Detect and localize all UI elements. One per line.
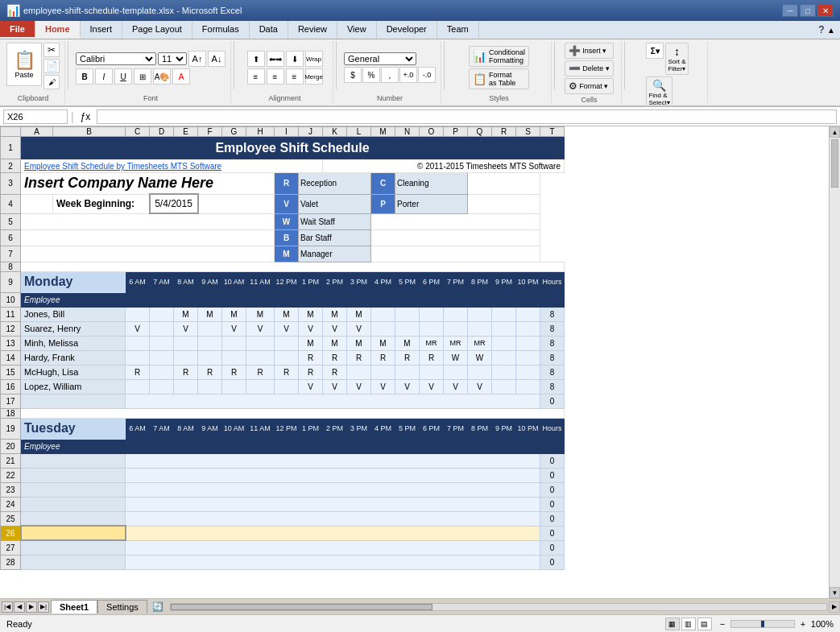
- cell-26-selected[interactable]: [21, 526, 126, 540]
- merge-center-button[interactable]: Merge: [305, 68, 323, 85]
- tab-view[interactable]: View: [337, 21, 377, 39]
- emp-lopez[interactable]: Lopez, William: [21, 379, 126, 394]
- increase-font-button[interactable]: A↑: [188, 51, 206, 67]
- h-scroll-right-button[interactable]: ▶: [829, 601, 840, 613]
- increase-decimal-button[interactable]: +.0: [399, 67, 417, 83]
- paste-button[interactable]: 📋 Paste: [6, 43, 42, 86]
- row-16-lopez[interactable]: 16 Lopez, William V V V V V: [1, 379, 565, 394]
- align-left-button[interactable]: ≡: [247, 68, 265, 85]
- shift-jones-9pm[interactable]: [492, 307, 516, 321]
- vertical-scrollbar[interactable]: ▲ ▼: [829, 126, 840, 598]
- h-scrollbar-track[interactable]: [170, 603, 827, 611]
- cut-button[interactable]: ✂: [43, 43, 60, 57]
- tab-nav-first[interactable]: |◀: [2, 601, 13, 613]
- help-icon[interactable]: ?: [818, 24, 824, 35]
- shift-suarez-9am[interactable]: [198, 321, 222, 336]
- title-cell[interactable]: Employee Shift Schedule: [21, 137, 565, 159]
- tab-insert[interactable]: Insert: [81, 21, 123, 39]
- shift-suarez-8am[interactable]: V: [174, 321, 198, 336]
- company-name-cell[interactable]: Insert Company Name Here: [21, 173, 275, 195]
- percent-button[interactable]: %: [362, 67, 380, 83]
- tab-nav-prev[interactable]: ◀: [14, 601, 25, 613]
- row-13-minh[interactable]: 13 Minh, Melissa M M M M M: [1, 336, 565, 350]
- shift-suarez-10pm[interactable]: [516, 321, 540, 336]
- insert-button[interactable]: ➕Insert ▾: [565, 43, 614, 59]
- col-header-b[interactable]: B: [53, 127, 126, 137]
- col-header-c[interactable]: C: [126, 127, 150, 137]
- bold-button[interactable]: B: [76, 68, 93, 85]
- col-header-o[interactable]: O: [420, 127, 444, 137]
- shift-jones-11am[interactable]: M: [246, 307, 275, 321]
- sheet-tab-sheet1[interactable]: Sheet1: [51, 600, 97, 613]
- shift-suarez-9pm[interactable]: [492, 321, 516, 336]
- shift-suarez-10am[interactable]: V: [222, 321, 246, 336]
- align-center-button[interactable]: ≡: [267, 68, 284, 85]
- row-15-mchugh[interactable]: 15 McHugh, Lisa R R R R R R R R: [1, 365, 565, 379]
- shift-suarez-6am[interactable]: V: [126, 321, 150, 336]
- col-header-s[interactable]: S: [516, 127, 540, 137]
- fill-color-button[interactable]: A🎨: [153, 68, 171, 85]
- row-24[interactable]: 240: [1, 497, 565, 511]
- align-middle-button[interactable]: ⬅➡: [267, 51, 284, 67]
- col-header-e[interactable]: E: [174, 127, 198, 137]
- col-header-a[interactable]: A: [21, 127, 53, 137]
- shift-suarez-1pm[interactable]: V: [299, 321, 323, 336]
- col-header-l[interactable]: L: [347, 127, 371, 137]
- shift-jones-3pm[interactable]: M: [347, 307, 371, 321]
- shift-jones-5pm[interactable]: [395, 307, 420, 321]
- maximize-button[interactable]: □: [800, 4, 816, 17]
- row-28[interactable]: 280: [1, 555, 565, 569]
- copy-button[interactable]: 📄: [43, 59, 60, 73]
- shift-suarez-12pm[interactable]: V: [275, 321, 299, 336]
- col-header-g[interactable]: G: [222, 127, 246, 137]
- align-bottom-button[interactable]: ⬇: [286, 51, 304, 67]
- ribbon-minimize-icon[interactable]: ▲: [827, 26, 835, 35]
- align-right-button[interactable]: ≡: [286, 68, 304, 85]
- tab-developer[interactable]: Developer: [377, 21, 437, 39]
- conditional-formatting-button[interactable]: 📊 ConditionalFormatting: [469, 46, 529, 67]
- shift-suarez-11am[interactable]: V: [246, 321, 275, 336]
- shift-jones-7am[interactable]: [150, 307, 174, 321]
- tab-scroll-indicator[interactable]: 🔄: [147, 600, 168, 613]
- tab-nav-last[interactable]: ▶|: [38, 601, 49, 613]
- shift-suarez-8pm[interactable]: [468, 321, 492, 336]
- number-format-select[interactable]: General: [344, 52, 416, 65]
- tab-review[interactable]: Review: [288, 21, 337, 39]
- row-12-suarez[interactable]: 12 Suarez, Henry V V V V V V V V: [1, 321, 565, 336]
- find-select-button[interactable]: 🔍Find &Select▾: [646, 76, 672, 109]
- hours-suarez[interactable]: 8: [540, 321, 565, 336]
- scroll-down-button[interactable]: ▼: [830, 587, 840, 598]
- tab-page-layout[interactable]: Page Layout: [122, 21, 192, 39]
- hours-minh[interactable]: 8: [540, 336, 565, 350]
- zoom-in-button[interactable]: +: [797, 618, 809, 630]
- hours-row17[interactable]: 0: [540, 394, 565, 408]
- week-date-cell[interactable]: 5/4/2015: [150, 194, 198, 213]
- hours-jones[interactable]: 8: [540, 307, 565, 321]
- emp-mchugh[interactable]: McHugh, Lisa: [21, 365, 126, 379]
- zoom-slider[interactable]: [730, 620, 795, 628]
- shift-suarez-4pm[interactable]: [371, 321, 395, 336]
- name-box[interactable]: [3, 109, 68, 124]
- row-23[interactable]: 230: [1, 482, 565, 497]
- zoom-out-button[interactable]: −: [717, 618, 728, 630]
- minimize-button[interactable]: ─: [782, 4, 798, 17]
- zoom-level[interactable]: 100%: [811, 619, 834, 629]
- scroll-up-button[interactable]: ▲: [830, 126, 840, 138]
- shift-jones-7pm[interactable]: [444, 307, 468, 321]
- page-break-view-button[interactable]: ▤: [697, 618, 712, 630]
- font-size-select[interactable]: 11: [158, 52, 187, 65]
- shift-jones-6pm[interactable]: [420, 307, 444, 321]
- delete-button[interactable]: ➖Delete ▾: [565, 60, 614, 76]
- border-button[interactable]: ⊞: [134, 68, 151, 85]
- shift-suarez-3pm[interactable]: V: [347, 321, 371, 336]
- shift-jones-10pm[interactable]: [516, 307, 540, 321]
- shift-jones-10am[interactable]: M: [222, 307, 246, 321]
- formula-input[interactable]: [97, 109, 837, 124]
- format-painter-button[interactable]: 🖌: [43, 75, 60, 89]
- currency-button[interactable]: $: [344, 67, 362, 83]
- shift-jones-9am[interactable]: M: [198, 307, 222, 321]
- shift-jones-8pm[interactable]: [468, 307, 492, 321]
- shift-suarez-7pm[interactable]: [444, 321, 468, 336]
- row-14-hardy[interactable]: 14 Hardy, Frank R R R R R: [1, 350, 565, 365]
- decrease-font-button[interactable]: A↓: [208, 51, 226, 67]
